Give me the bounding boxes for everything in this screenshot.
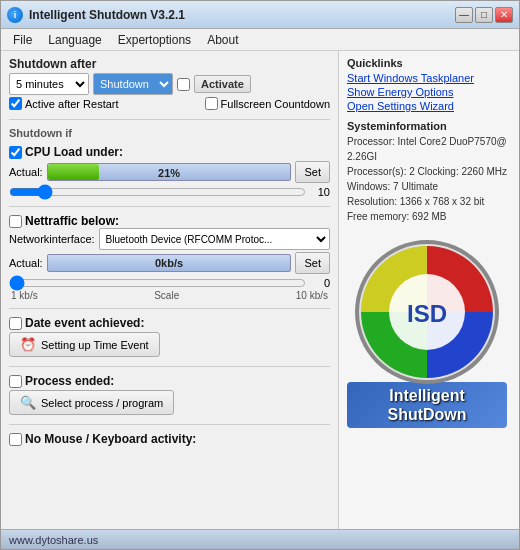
select-process-button[interactable]: 🔍 Select process / program — [9, 390, 174, 415]
menu-expertoptions[interactable]: Expertoptions — [110, 31, 199, 49]
nettraffic-section: Nettraffic below: Networkinterface: Blue… — [9, 214, 330, 301]
net-checkbox[interactable] — [9, 215, 22, 228]
no-mouse-checkbox[interactable] — [9, 433, 22, 446]
cpu-actual-label: Actual: — [9, 166, 43, 178]
active-after-restart-checkbox[interactable] — [9, 97, 22, 110]
shutdown-if-label: Shutdown if — [9, 127, 330, 139]
no-mouse-section: No Mouse / Keyboard activity: — [9, 432, 330, 446]
shutdown-after-section: Shutdown after 5 minutes 10 minutes 15 m… — [9, 57, 330, 112]
app-icon: i — [7, 7, 23, 23]
sysinfo-line-2: Windows: 7 Ultimate — [347, 179, 511, 194]
net-scale-row: 1 kb/s Scale 10 kb/s — [9, 290, 330, 301]
process-checkbox[interactable] — [9, 375, 22, 388]
isd-text-line2: ShutDown — [387, 406, 466, 423]
net-actual-value: 0kb/s — [47, 254, 292, 272]
cpu-checkbox[interactable] — [9, 146, 22, 159]
net-actual-label: Actual: — [9, 257, 43, 269]
process-ended-section: Process ended: 🔍 Select process / progra… — [9, 374, 330, 417]
fullscreen-countdown-label[interactable]: Fullscreen Countdown — [205, 97, 330, 110]
sysinfo-line-4: Free memory: 692 MB — [347, 209, 511, 224]
sysinfo-line-1: Processor(s): 2 Clocking: 2260 MHz — [347, 164, 511, 179]
activate-checkbox[interactable] — [177, 78, 190, 91]
sysinfo-line-3: Resolution: 1366 x 768 x 32 bit — [347, 194, 511, 209]
main-window: i Intelligent Shutdown V3.2.1 — □ ✕ File… — [0, 0, 520, 550]
active-after-restart-label[interactable]: Active after Restart — [9, 97, 119, 110]
net-slider[interactable] — [9, 276, 306, 290]
date-checkbox[interactable] — [9, 317, 22, 330]
menu-language[interactable]: Language — [40, 31, 109, 49]
cpu-progress-text: 21% — [48, 164, 291, 181]
left-panel: Shutdown after 5 minutes 10 minutes 15 m… — [1, 51, 339, 529]
net-scale-left: 1 kb/s — [11, 290, 38, 301]
net-interface-label: Networkinterface: — [9, 233, 95, 245]
action-select[interactable]: Shutdown Restart Hibernate Sleep — [93, 73, 173, 95]
cpu-progress-bar: 21% — [47, 163, 292, 181]
close-button[interactable]: ✕ — [495, 7, 513, 23]
time-select[interactable]: 5 minutes 10 minutes 15 minutes 30 minut… — [9, 73, 89, 95]
net-scale-right: 10 kb/s — [296, 290, 328, 301]
net-interface-select[interactable]: Bluetooth Device (RFCOMM Protoc... — [99, 228, 330, 250]
cpu-slider-value: 10 — [310, 186, 330, 198]
cpu-slider[interactable] — [9, 185, 306, 199]
process-icon: 🔍 — [20, 395, 36, 410]
svg-text:ISD: ISD — [407, 300, 447, 327]
clock-icon: ⏰ — [20, 337, 36, 352]
date-check-label[interactable]: Date event achieved: — [9, 316, 330, 330]
quicklinks-title: Quicklinks — [347, 57, 511, 69]
no-mouse-check-label[interactable]: No Mouse / Keyboard activity: — [9, 432, 330, 446]
right-panel: Quicklinks Start Windows Taskplaner Show… — [339, 51, 519, 529]
date-event-section: Date event achieved: ⏰ Setting up Time E… — [9, 316, 330, 359]
quicklink-taskplaner[interactable]: Start Windows Taskplaner — [347, 72, 511, 84]
cpu-section: CPU Load under: Actual: 21% Set 10 — [9, 145, 330, 199]
cpu-check-label[interactable]: CPU Load under: — [9, 145, 330, 159]
menu-file[interactable]: File — [5, 31, 40, 49]
isd-logo: ISD Intelligent ShutDown — [347, 230, 507, 390]
footer-url: www.dytoshare.us — [9, 534, 98, 546]
window-title: Intelligent Shutdown V3.2.1 — [29, 8, 455, 22]
activate-button[interactable]: Activate — [194, 75, 251, 93]
minimize-button[interactable]: — — [455, 7, 473, 23]
maximize-button[interactable]: □ — [475, 7, 493, 23]
shutdown-after-label: Shutdown after — [9, 57, 330, 71]
menu-bar: File Language Expertoptions About — [1, 29, 519, 51]
menu-about[interactable]: About — [199, 31, 246, 49]
main-content: Shutdown after 5 minutes 10 minutes 15 m… — [1, 51, 519, 529]
sysinfo-text: Processor: Intel Core2 DuoP7570@ 2.26GI … — [347, 134, 511, 224]
cpu-set-button[interactable]: Set — [295, 161, 330, 183]
fullscreen-countdown-checkbox[interactable] — [205, 97, 218, 110]
net-scale-center: Scale — [154, 290, 179, 301]
title-bar: i Intelligent Shutdown V3.2.1 — □ ✕ — [1, 1, 519, 29]
sysinfo-line-0: Processor: Intel Core2 DuoP7570@ 2.26GI — [347, 134, 511, 164]
net-set-button[interactable]: Set — [295, 252, 330, 274]
window-controls: — □ ✕ — [455, 7, 513, 23]
isd-text-line1: Intelligent — [389, 387, 465, 404]
process-check-label[interactable]: Process ended: — [9, 374, 330, 388]
date-event-button[interactable]: ⏰ Setting up Time Event — [9, 332, 160, 357]
quicklink-energy[interactable]: Show Energy Options — [347, 86, 511, 98]
quicklink-wizard[interactable]: Open Settings Wizard — [347, 100, 511, 112]
isd-logo-svg: ISD — [347, 234, 507, 389]
net-slider-value: 0 — [310, 277, 330, 289]
net-check-label[interactable]: Nettraffic below: — [9, 214, 330, 228]
sysinfo-title: Systeminformation — [347, 120, 511, 132]
footer: www.dytoshare.us — [1, 529, 519, 549]
